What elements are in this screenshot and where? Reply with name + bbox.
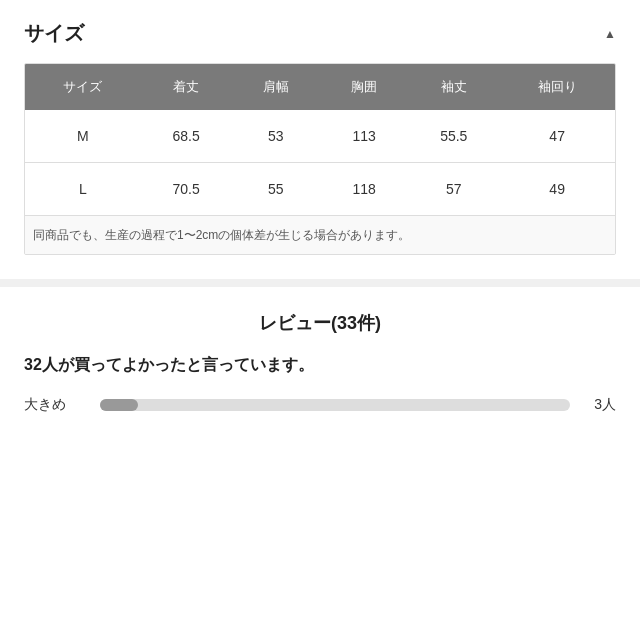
review-section: レビュー(33件) 32人が買ってよかったと言っています。 大きめ3人 xyxy=(0,287,640,444)
table-header-row: サイズ着丈肩幅胸囲袖丈袖回り xyxy=(25,64,615,110)
table-cell: 70.5 xyxy=(141,163,232,216)
table-cell: M xyxy=(25,110,141,163)
table-row: L70.5551185749 xyxy=(25,163,615,216)
table-header-cell: 袖丈 xyxy=(408,64,499,110)
collapse-icon[interactable]: ▲ xyxy=(604,27,616,41)
table-cell: 57 xyxy=(408,163,499,216)
review-title: レビュー(33件) xyxy=(24,311,616,335)
rating-label: 大きめ xyxy=(24,396,84,414)
rating-count: 3人 xyxy=(586,396,616,414)
table-header-cell: 胸囲 xyxy=(320,64,408,110)
table-cell: L xyxy=(25,163,141,216)
page-container: サイズ ▲ サイズ着丈肩幅胸囲袖丈袖回り M68.55311355.547L70… xyxy=(0,0,640,444)
review-summary: 32人が買ってよかったと言っています。 xyxy=(24,355,616,376)
rating-bar-container xyxy=(100,399,570,411)
size-table: サイズ着丈肩幅胸囲袖丈袖回り M68.55311355.547L70.55511… xyxy=(25,64,615,215)
rating-row: 大きめ3人 xyxy=(24,396,616,414)
size-title: サイズ xyxy=(24,20,84,47)
size-header: サイズ ▲ xyxy=(24,20,616,47)
table-cell: 55.5 xyxy=(408,110,499,163)
table-cell: 49 xyxy=(499,163,615,216)
table-header-cell: 着丈 xyxy=(141,64,232,110)
table-cell: 113 xyxy=(320,110,408,163)
section-divider xyxy=(0,279,640,287)
size-table-wrapper: サイズ着丈肩幅胸囲袖丈袖回り M68.55311355.547L70.55511… xyxy=(24,63,616,255)
table-cell: 47 xyxy=(499,110,615,163)
rating-bars-container: 大きめ3人 xyxy=(24,396,616,414)
table-cell: 118 xyxy=(320,163,408,216)
table-row: M68.55311355.547 xyxy=(25,110,615,163)
table-header-cell: 袖回り xyxy=(499,64,615,110)
rating-bar-fill xyxy=(100,399,138,411)
size-note: 同商品でも、生産の過程で1〜2cmの個体差が生じる場合があります。 xyxy=(25,215,615,254)
table-cell: 53 xyxy=(232,110,320,163)
size-section: サイズ ▲ サイズ着丈肩幅胸囲袖丈袖回り M68.55311355.547L70… xyxy=(0,0,640,255)
table-header-cell: 肩幅 xyxy=(232,64,320,110)
table-cell: 55 xyxy=(232,163,320,216)
table-header-cell: サイズ xyxy=(25,64,141,110)
table-cell: 68.5 xyxy=(141,110,232,163)
